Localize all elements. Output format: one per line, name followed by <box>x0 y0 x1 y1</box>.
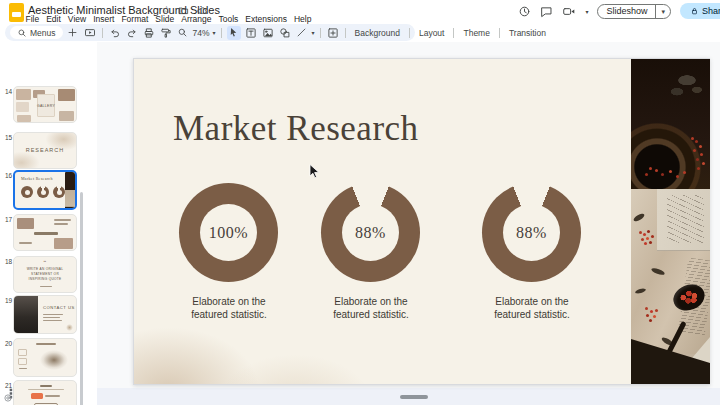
slide-number: 20 <box>4 340 13 347</box>
toolbar: Menus 74% ▾ ▾ <box>5 24 415 41</box>
version-history-icon[interactable] <box>518 5 531 18</box>
slide-number: 15 <box>4 134 13 141</box>
lock-icon <box>690 6 699 16</box>
slide-canvas[interactable]: Market Research 100% 88% 88% Elaborate o… <box>133 58 710 385</box>
undo-button[interactable] <box>108 26 122 40</box>
insert-shape-button[interactable] <box>278 26 292 40</box>
quote-mark: “ <box>14 260 76 266</box>
insert-image-button[interactable] <box>261 26 275 40</box>
horizontal-scrollbar[interactable] <box>400 395 428 399</box>
donut-chart-2[interactable]: 88% <box>321 183 420 282</box>
stat-caption-1[interactable]: Elaborate on the featured statistic. <box>164 295 294 321</box>
zoom-icon[interactable] <box>176 26 190 40</box>
slide-thumbnail-15[interactable]: RESEARCH <box>13 132 77 169</box>
slide-number: 18 <box>4 258 13 265</box>
slide-thumbnail-21[interactable] <box>13 380 77 405</box>
menus-search-button[interactable]: Menus <box>10 26 63 39</box>
present-icon[interactable] <box>83 26 97 40</box>
share-button[interactable]: Share <box>680 3 720 19</box>
google-slides-window: Aesthetic Minimalist Background Slides ☆… <box>0 0 720 405</box>
donut-chart-3[interactable]: 88% <box>482 183 581 282</box>
comments-icon[interactable] <box>540 5 553 18</box>
redo-button[interactable] <box>125 26 139 40</box>
print-button[interactable] <box>142 26 156 40</box>
zoom-level-value[interactable]: 74% <box>193 28 210 38</box>
insert-placeholder-button[interactable] <box>326 26 340 40</box>
slide-thumbnail-17[interactable] <box>13 214 77 251</box>
stat-value-3: 88% <box>482 183 581 282</box>
botanical-sketch <box>657 189 710 251</box>
slide-thumbnail-14[interactable]: GALLERY <box>13 86 77 123</box>
zoom-dropdown-caret[interactable]: ▾ <box>213 29 216 36</box>
thumb-research-label: RESEARCH <box>14 147 76 153</box>
stat-caption-3[interactable]: Elaborate on the featured statistic. <box>467 295 597 321</box>
theme-button[interactable]: Theme <box>459 28 493 38</box>
insert-line-button[interactable] <box>295 26 309 40</box>
transition-button[interactable]: Transition <box>505 28 550 38</box>
slide-number: 14 <box>4 88 13 95</box>
slide-number: 17 <box>4 216 13 223</box>
meet-video-icon[interactable] <box>562 5 576 18</box>
stat-value-2: 88% <box>321 183 420 282</box>
text-box-button[interactable] <box>244 26 258 40</box>
thumb-market-research-label: Market Research <box>21 176 53 181</box>
slide-number: 21 <box>4 382 13 389</box>
canvas-bottom-bar <box>97 388 720 405</box>
select-tool-button[interactable] <box>227 26 241 40</box>
meet-dropdown-caret[interactable]: ▾ <box>585 8 588 15</box>
slide-number: 19 <box>4 297 13 304</box>
slide-thumbnail-19[interactable]: CONTACT US <box>13 295 77 334</box>
slide-photo[interactable] <box>631 59 710 384</box>
slide-thumbnail-20[interactable] <box>13 338 77 377</box>
donut-chart-1[interactable]: 100% <box>179 183 278 282</box>
slideshow-dropdown-caret[interactable]: ▾ <box>655 5 670 18</box>
search-icon <box>17 28 27 38</box>
line-dropdown-caret[interactable]: ▾ <box>312 29 315 36</box>
paint-format-button[interactable] <box>159 26 173 40</box>
thumb-contact-label: CONTACT US <box>43 305 75 310</box>
slide-thumbnail-16-selected[interactable]: Market Research <box>13 170 77 210</box>
slide-thumbnail-18[interactable]: “ WRITE AN ORIGINAL STATEMENT OR INSPIRI… <box>13 256 77 293</box>
new-slide-button[interactable] <box>66 26 80 40</box>
mouse-cursor <box>309 164 321 178</box>
slide-filmstrip: 14 GALLERY 15 RESEARCH 16 Market Researc… <box>0 42 97 387</box>
thumb-gallery-label: GALLERY <box>37 104 55 108</box>
slideshow-button[interactable]: Slideshow ▾ <box>597 4 671 19</box>
stat-value-1: 100% <box>179 183 278 282</box>
dried-flower <box>665 67 705 105</box>
layout-button[interactable]: Layout <box>415 28 449 38</box>
background-button[interactable]: Background <box>351 28 404 38</box>
filmstrip-scrollbar[interactable] <box>80 192 83 405</box>
slide-number: 16 <box>4 172 13 179</box>
spiral-icon <box>3 389 13 405</box>
stat-caption-2[interactable]: Elaborate on the featured statistic. <box>306 295 436 321</box>
thumb-quote-text: WRITE AN ORIGINAL STATEMENT OR INSPIRING… <box>21 267 69 281</box>
slide-title[interactable]: Market Research <box>173 109 419 149</box>
